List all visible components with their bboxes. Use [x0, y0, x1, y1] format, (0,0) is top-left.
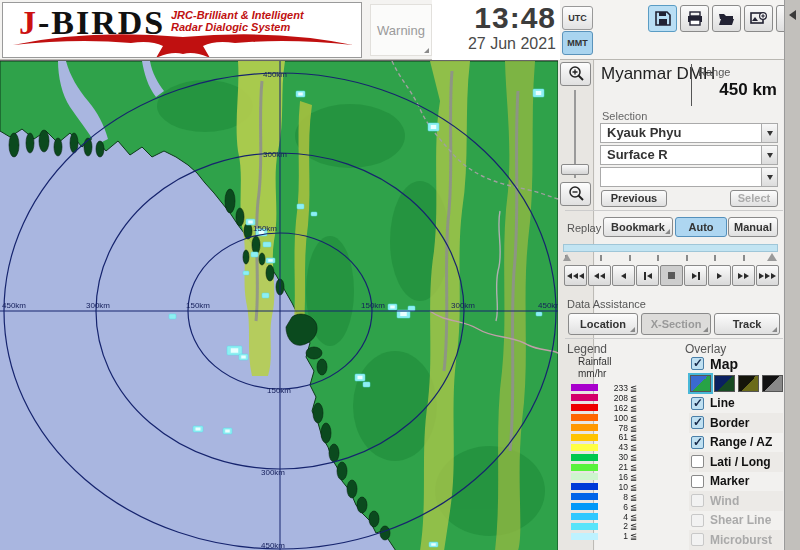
- overlay-item-border[interactable]: Border: [689, 413, 783, 433]
- save-button[interactable]: [648, 5, 677, 32]
- checkbox-icon[interactable]: [691, 475, 704, 488]
- overlay-item-label: Wind: [710, 494, 739, 508]
- legend-value: 78: [606, 423, 628, 433]
- legend-entry: 8≦: [571, 492, 637, 502]
- panel-collapse-strip[interactable]: [784, 0, 800, 550]
- checkbox-checked-icon[interactable]: [691, 397, 704, 410]
- legend-color-swatch: [571, 533, 598, 540]
- zoom-out-button[interactable]: [560, 182, 591, 206]
- mmt-button[interactable]: MMT: [562, 31, 593, 55]
- legend-color-swatch: [571, 473, 598, 480]
- legend-value: 4: [606, 512, 628, 522]
- svg-text:450km: 450km: [263, 70, 287, 79]
- print-icon: [687, 11, 703, 26]
- stop-button[interactable]: [660, 265, 683, 286]
- manual-button[interactable]: Manual: [728, 217, 778, 237]
- xsection-button[interactable]: X-Section: [641, 313, 711, 335]
- legend-entry: 1≦: [571, 531, 637, 541]
- map-style-navy-green[interactable]: [714, 375, 735, 392]
- track-button[interactable]: Track: [714, 313, 780, 335]
- dropdown-arrow-button[interactable]: [761, 168, 777, 186]
- corner-mark-icon: [703, 327, 708, 332]
- eagle-icon: [9, 29, 357, 58]
- checkbox-checked-icon[interactable]: [691, 416, 704, 429]
- svg-text:300km: 300km: [451, 301, 475, 310]
- legend-entry: 100≦: [571, 413, 637, 423]
- legend-color-swatch: [571, 404, 598, 411]
- legend-lte-symbol: ≦: [630, 383, 637, 393]
- overlay-item-label: Line: [710, 396, 735, 410]
- print-button[interactable]: [680, 5, 709, 32]
- overlay-item-map[interactable]: Map: [689, 354, 783, 374]
- range-value: 450 km: [719, 80, 777, 100]
- auto-button[interactable]: Auto: [675, 217, 727, 237]
- svg-text:150km: 150km: [267, 386, 291, 395]
- legend-color-swatch: [571, 394, 598, 401]
- legend-value: 16: [606, 472, 628, 482]
- legend-value: 233: [606, 383, 628, 393]
- legend-entry: 233≦: [571, 383, 637, 393]
- svg-text:150km: 150km: [253, 224, 277, 233]
- map-style-black-grey[interactable]: [762, 375, 783, 392]
- add-image-icon: [750, 11, 767, 26]
- chevron-down-icon: [767, 175, 773, 180]
- step-back-button[interactable]: [612, 265, 635, 286]
- map-style-swatches: [689, 374, 783, 394]
- legend-value: 208: [606, 393, 628, 403]
- site-dropdown[interactable]: Kyauk Phyu: [600, 123, 778, 143]
- overlay-item-line[interactable]: Line: [689, 394, 783, 414]
- slider-range-start-marker[interactable]: [563, 254, 571, 261]
- forward-fast-button[interactable]: [756, 265, 779, 286]
- map-style-blue-green[interactable]: [690, 375, 711, 392]
- play-button[interactable]: [708, 265, 731, 286]
- zoom-in-button[interactable]: [560, 62, 591, 86]
- rewind-button[interactable]: [588, 265, 611, 286]
- corner-mark-icon: [424, 48, 429, 53]
- rewind-fast-button[interactable]: [564, 265, 587, 286]
- legend-value: 43: [606, 442, 628, 452]
- svg-text:450km: 450km: [538, 301, 558, 310]
- slider-range-end-marker[interactable]: [767, 253, 777, 261]
- overlay-item-label: Marker: [710, 474, 749, 488]
- zoom-slider-thumb[interactable]: [561, 164, 589, 175]
- legend-color-swatch: [571, 424, 598, 431]
- legend-unit: Rainfall mm/hr: [578, 356, 611, 380]
- dropdown-arrow-button[interactable]: [761, 124, 777, 142]
- legend-value: 100: [606, 413, 628, 423]
- legend-entry: 162≦: [571, 403, 637, 413]
- data-assistance-label: Data Assistance: [567, 298, 646, 310]
- radar-map[interactable]: 450km300km150km150km300km450km450km300km…: [0, 60, 558, 550]
- checkbox-checked-icon[interactable]: [691, 357, 704, 370]
- warning-button[interactable]: Warning: [370, 4, 432, 56]
- map-style-black-olive[interactable]: [738, 375, 759, 392]
- forward-button[interactable]: [732, 265, 755, 286]
- add-image-button[interactable]: [744, 5, 773, 32]
- checkbox-checked-icon[interactable]: [691, 436, 704, 449]
- overlay-item-microburst: Microburst: [689, 530, 783, 550]
- open-folder-button[interactable]: [712, 5, 741, 32]
- legend-entry: 10≦: [571, 482, 637, 492]
- chevron-down-icon: [767, 153, 773, 158]
- overlay-item-range-az[interactable]: Range / AZ: [689, 433, 783, 453]
- product-dropdown[interactable]: Surface R: [600, 145, 778, 165]
- skip-end-button[interactable]: [684, 265, 707, 286]
- overlay-item-marker[interactable]: Marker: [689, 472, 783, 492]
- location-button[interactable]: Location: [568, 313, 638, 335]
- select-button[interactable]: Select: [730, 190, 778, 207]
- legend-color-swatch: [571, 464, 598, 471]
- previous-button[interactable]: Previous: [601, 190, 667, 207]
- overlay-item-shear-line: Shear Line: [689, 511, 783, 531]
- overlay-item-label: Lati / Long: [710, 455, 771, 469]
- clock: 13:48 27 Jun 2021: [432, 0, 560, 60]
- overlay-item-label: Border: [710, 416, 749, 430]
- dropdown-arrow-button[interactable]: [761, 146, 777, 164]
- overlay-item-lati-long[interactable]: Lati / Long: [689, 452, 783, 472]
- legend-entry: 208≦: [571, 393, 637, 403]
- checkbox-icon[interactable]: [691, 455, 704, 468]
- bookmark-button[interactable]: Bookmark: [603, 217, 673, 237]
- replay-slider-track[interactable]: [563, 244, 778, 252]
- utc-button[interactable]: UTC: [562, 6, 593, 30]
- legend-entry: 2≦: [571, 521, 637, 531]
- extra-dropdown[interactable]: [600, 167, 778, 187]
- skip-start-button[interactable]: [636, 265, 659, 286]
